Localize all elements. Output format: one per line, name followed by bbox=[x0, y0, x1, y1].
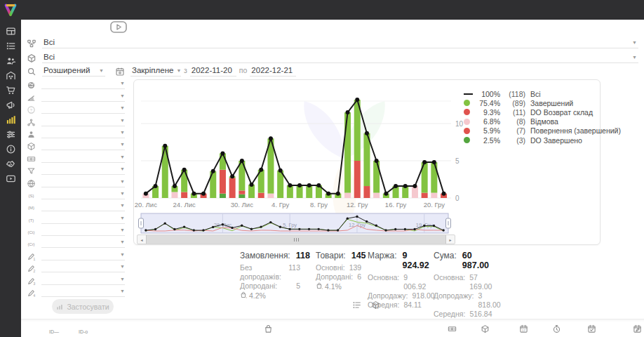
products-view-icon[interactable] bbox=[371, 300, 380, 312]
dot-swatch bbox=[464, 119, 470, 125]
sidebar-item-info[interactable] bbox=[0, 143, 21, 158]
partners-icon bbox=[6, 159, 16, 172]
date-from-value: 2022-11-20 bbox=[192, 66, 232, 74]
bar-segment bbox=[267, 194, 274, 198]
stat-column-1: Товари:145Основні:139Допродані:6x4.1% bbox=[316, 251, 352, 319]
filter-select-0[interactable]: ▼ bbox=[41, 80, 125, 89]
slope-icon bbox=[27, 93, 37, 102]
chart-legend: 100%(118)Всі75.4%(89)Завершений9.3%(11)D… bbox=[464, 89, 621, 145]
chevron-down-icon: ▼ bbox=[120, 251, 125, 258]
id-column-icon[interactable]: ID— bbox=[49, 324, 60, 337]
period-mode-select[interactable]: Закріплене ▼ bbox=[130, 66, 181, 77]
chevron-down-icon: ▼ bbox=[120, 288, 125, 295]
filter-select-4[interactable]: ▼ bbox=[41, 129, 125, 138]
sidebar-item-customers[interactable] bbox=[0, 55, 21, 70]
sidebar-item-dashboard[interactable] bbox=[0, 25, 21, 40]
svg-text:{M}: {M} bbox=[28, 206, 34, 210]
filter-select-16[interactable]: ▼ bbox=[41, 276, 125, 285]
chart-scrollbar[interactable]: ◂ ▸ bbox=[137, 234, 455, 244]
pencil-3-icon: 3 bbox=[27, 276, 37, 285]
legend-item[interactable]: 100%(118)Всі bbox=[464, 89, 621, 98]
total-line bbox=[146, 100, 444, 194]
sidebar-item-video[interactable] bbox=[0, 173, 21, 187]
filter-row-help: ?▼ bbox=[27, 102, 125, 114]
funnel-icon bbox=[27, 166, 37, 175]
legend-item[interactable]: 5.9%(7)Повернення (завершений) bbox=[464, 126, 621, 136]
chevron-down-icon: ▼ bbox=[120, 80, 125, 87]
date-to-input[interactable]: 2022-12-21 bbox=[250, 66, 296, 77]
dot-swatch bbox=[464, 137, 470, 143]
stopwatch-icon[interactable] bbox=[552, 324, 561, 336]
filter-select-15[interactable]: ▼ bbox=[41, 263, 125, 272]
calendar-edit-icon[interactable] bbox=[633, 324, 642, 336]
svg-text:20. Лис: 20. Лис bbox=[135, 201, 157, 209]
filter-select-2[interactable]: ▼ bbox=[41, 105, 125, 114]
filter-select-10[interactable]: ▼ bbox=[41, 202, 125, 211]
dot-swatch bbox=[464, 128, 470, 134]
source-filter-select[interactable]: Всі ▼ bbox=[42, 38, 638, 48]
stat-column-3: Сума:60 987.00Основна:57 169.00Допродажу… bbox=[434, 251, 490, 319]
banknote-icon[interactable] bbox=[448, 324, 457, 336]
product-filter-select[interactable]: Всі ▼ bbox=[42, 53, 638, 63]
filter-select-13[interactable]: ▼ bbox=[41, 239, 125, 248]
world-icon bbox=[27, 80, 37, 89]
filter-row-person: ▼ bbox=[27, 126, 125, 138]
svg-text:17: 17 bbox=[522, 329, 525, 332]
filter-select-6[interactable]: ▼ bbox=[41, 154, 125, 163]
chevron-down-icon: ▼ bbox=[120, 276, 125, 283]
svg-text:2: 2 bbox=[33, 270, 35, 274]
chevron-down-icon: ▼ bbox=[632, 54, 637, 61]
main-content: Всі ▼ Всі ▼ Розширений ▼ bbox=[21, 20, 644, 337]
orders-list-view-icon[interactable] bbox=[352, 300, 361, 312]
bar-segment bbox=[363, 186, 370, 198]
video-hint-button[interactable] bbox=[110, 21, 127, 36]
sidebar-item-partners[interactable] bbox=[0, 158, 21, 173]
bag-icon[interactable] bbox=[264, 324, 273, 336]
sidebar-item-cart[interactable] bbox=[0, 84, 21, 99]
scroll-right-arrow[interactable]: ▸ bbox=[446, 235, 455, 244]
chevron-down-icon: ▼ bbox=[632, 39, 637, 46]
date-from-input[interactable]: 2022-11-20 bbox=[190, 66, 236, 77]
chevron-down-icon: ▼ bbox=[120, 202, 125, 209]
chevron-down-icon: ▼ bbox=[120, 141, 125, 148]
chevron-down-icon: ▼ bbox=[120, 93, 125, 100]
legend-item[interactable]: 9.3%(11)DO Возврат склад bbox=[464, 107, 621, 117]
filter-select-12[interactable]: ▼ bbox=[41, 227, 125, 236]
legend-item[interactable]: 2.5%(3)DO Завершено bbox=[464, 136, 621, 145]
filter-select-5[interactable]: ▼ bbox=[41, 141, 125, 150]
filter-select-11[interactable]: ▼ bbox=[41, 215, 125, 224]
bar-segment bbox=[373, 161, 380, 193]
filter-select-17[interactable]: ▼ bbox=[41, 288, 125, 297]
scrollbar-thumb[interactable] bbox=[146, 235, 446, 244]
filter-select-1[interactable]: ▼ bbox=[41, 93, 125, 102]
sidebar-item-tuning[interactable] bbox=[0, 128, 21, 143]
filter-select-8[interactable]: ▼ bbox=[41, 178, 125, 187]
filter-select-9[interactable]: ▼ bbox=[41, 190, 125, 199]
apply-filters-button[interactable]: Застосувати bbox=[52, 299, 114, 314]
svg-text:12. Гру: 12. Гру bbox=[347, 201, 368, 209]
legend-item[interactable]: 6.8%(8)Відмова bbox=[464, 117, 621, 126]
id-o-column-icon[interactable]: ID-о bbox=[79, 324, 89, 337]
bar-segment bbox=[431, 162, 437, 192]
legend-item[interactable]: 75.4%(89)Завершений bbox=[464, 98, 621, 107]
filter-select-7[interactable]: ▼ bbox=[41, 166, 125, 175]
filter-row-ct-tag: {Ct}▼ bbox=[27, 224, 125, 236]
search-mode-select[interactable]: Розширений ▼ bbox=[42, 66, 105, 77]
cube-icon[interactable] bbox=[481, 324, 490, 336]
sidebar-item-marketing[interactable] bbox=[0, 99, 21, 114]
calendar-check-icon[interactable] bbox=[587, 324, 596, 336]
calendar-17-icon[interactable]: 17 bbox=[519, 324, 528, 336]
top-bar bbox=[0, 0, 644, 20]
date-from-label: з bbox=[184, 66, 187, 74]
period-mode-value: Закріплене bbox=[132, 66, 173, 74]
filter-select-14[interactable]: ▼ bbox=[41, 251, 125, 260]
sidebar-item-orders[interactable] bbox=[0, 40, 21, 55]
filter-select-3[interactable]: ▼ bbox=[41, 117, 125, 126]
sidebar-item-analytics[interactable] bbox=[0, 114, 21, 128]
filter-row-pencil-3: 3▼ bbox=[27, 272, 125, 284]
svg-text:0: 0 bbox=[455, 194, 459, 202]
help-icon: ? bbox=[27, 105, 37, 114]
sidebar-item-warehouse[interactable] bbox=[0, 70, 21, 84]
scroll-left-arrow[interactable]: ◂ bbox=[137, 235, 146, 244]
svg-text:20. Гру: 20. Гру bbox=[424, 201, 445, 209]
